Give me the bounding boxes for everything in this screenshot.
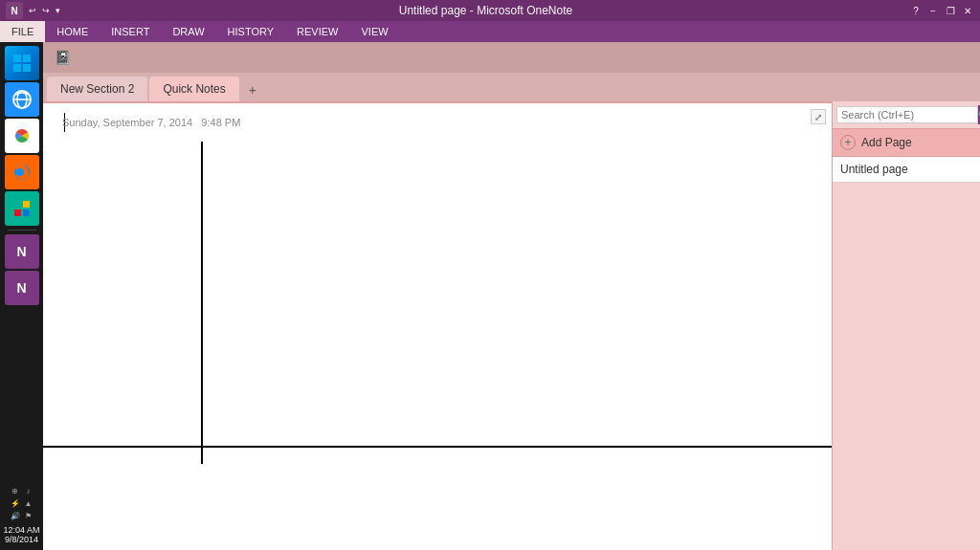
help-button[interactable]: ?: [909, 4, 923, 17]
svg-rect-3: [23, 64, 31, 72]
undo-button[interactable]: ↩: [27, 5, 38, 16]
signal-icon: ▲: [23, 497, 34, 509]
svg-rect-0: [13, 55, 21, 62]
expand-button[interactable]: ⤢: [811, 109, 826, 124]
add-page-plus-icon: +: [840, 135, 856, 150]
main-container: N N ⊕ ♪ ⚡ ▲ 🔊 ⚑ 12:04 AM 9/8/2014: [0, 42, 980, 550]
add-page-button[interactable]: + Add Page: [833, 129, 980, 157]
title-bar-left: N ↩ ↪ ▾: [6, 2, 62, 19]
minimize-button[interactable]: −: [926, 4, 940, 17]
notebook-nav: 📓: [43, 42, 980, 73]
page-header: Sunday, September 7, 2014 9:48 PM: [62, 113, 813, 128]
svg-rect-10: [14, 201, 21, 208]
section-tab-quick-notes[interactable]: Quick Notes: [149, 77, 238, 101]
taskbar-clock: 12:04 AM 9/8/2014: [1, 523, 41, 546]
section-tab-new-section-2[interactable]: New Section 2: [47, 77, 147, 101]
network-icon: ⊕: [10, 485, 21, 496]
pages-area: [833, 183, 980, 550]
right-sidebar: 🔍 + Add Page Untitled page: [832, 101, 980, 550]
search-bar: 🔍: [833, 101, 980, 129]
close-button[interactable]: ✕: [961, 4, 974, 17]
notebook-button[interactable]: 📓: [47, 44, 82, 71]
title-bar: N ↩ ↪ ▾ Untitled page - Microsoft OneNot…: [0, 0, 980, 21]
sys-tray-icons: ⊕ ♪ ⚡ ▲ 🔊 ⚑: [10, 485, 34, 521]
taskbar-separator-1: [8, 230, 36, 231]
tab-history[interactable]: HISTORY: [216, 21, 286, 42]
tab-insert[interactable]: INSERT: [100, 21, 161, 42]
svg-rect-12: [14, 209, 21, 216]
page-list-item[interactable]: Untitled page: [833, 157, 980, 183]
redo-button[interactable]: ↪: [40, 5, 52, 16]
add-page-label: Add Page: [861, 136, 912, 149]
customize-button[interactable]: ▾: [54, 5, 62, 16]
tab-home[interactable]: HOME: [45, 21, 100, 42]
chrome-icon[interactable]: [5, 119, 39, 153]
store-icon[interactable]: [5, 191, 39, 226]
clock-time: 12:04 AM: [3, 525, 39, 535]
tab-file[interactable]: FILE: [0, 21, 45, 42]
horizontal-rule-line: [43, 446, 832, 448]
svg-rect-13: [23, 209, 30, 216]
battery-icon: ⚡: [10, 497, 21, 509]
ie-icon[interactable]: [5, 82, 39, 117]
notebook-icon: 📓: [55, 50, 71, 65]
speaker-icon: 🔊: [10, 510, 21, 521]
page-date: Sunday, September 7, 2014 9:48 PM: [62, 117, 813, 128]
volume-icon: ♪: [23, 485, 34, 496]
windows-icon[interactable]: [5, 46, 39, 80]
quick-access-toolbar: ↩ ↪ ▾: [27, 5, 62, 16]
firefox-icon[interactable]: [5, 155, 39, 189]
onenote-area: 📓 New Section 2 Quick Notes + S: [43, 42, 980, 550]
vertical-rule-line: [201, 142, 203, 464]
onenote-logo-icon: N: [6, 2, 23, 19]
onenote-taskbar-icon-1[interactable]: N: [5, 234, 39, 269]
tab-review[interactable]: REVIEW: [285, 21, 349, 42]
search-input[interactable]: [836, 106, 978, 123]
window-controls: ? − ❐ ✕: [909, 4, 974, 17]
page-canvas[interactable]: Sunday, September 7, 2014 9:48 PM ⤢: [43, 101, 832, 550]
onenote-taskbar-icon-2[interactable]: N: [5, 271, 39, 305]
add-section-button[interactable]: +: [241, 78, 264, 101]
svg-rect-1: [23, 55, 31, 62]
tab-draw[interactable]: DRAW: [161, 21, 215, 42]
content-row: Sunday, September 7, 2014 9:48 PM ⤢ 🔍: [43, 101, 980, 550]
svg-rect-11: [23, 201, 30, 208]
ribbon: FILE HOME INSERT DRAW HISTORY REVIEW VIE…: [0, 21, 980, 42]
restore-button[interactable]: ❐: [944, 4, 957, 17]
alert-icon: ⚑: [23, 510, 34, 521]
taskbar-left: N N ⊕ ♪ ⚡ ▲ 🔊 ⚑ 12:04 AM 9/8/2014: [0, 42, 43, 550]
app-title: Untitled page - Microsoft OneNote: [62, 4, 909, 17]
tab-view[interactable]: VIEW: [349, 21, 399, 42]
svg-rect-2: [13, 64, 21, 72]
clock-date: 9/8/2014: [3, 535, 39, 544]
sections-area: New Section 2 Quick Notes +: [43, 73, 980, 101]
